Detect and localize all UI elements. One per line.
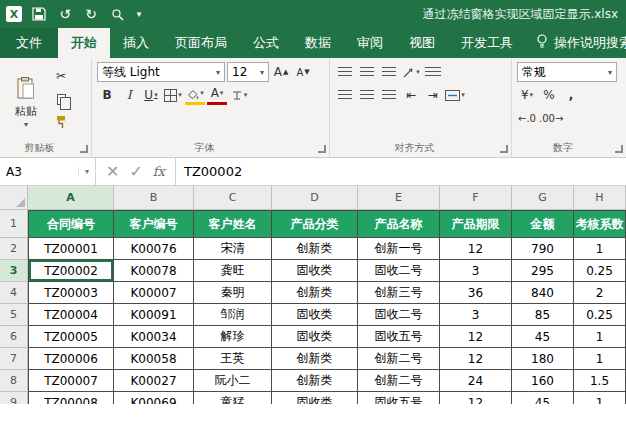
cell-A3[interactable]: TZ00002 [28,260,114,282]
cell-B4[interactable]: K00007 [114,282,194,304]
cell-A5[interactable]: TZ00004 [28,304,114,326]
fill-color-icon[interactable]: ▾ [185,85,205,105]
cell-E9[interactable]: 固收五号 [358,392,440,404]
font-dialog-launcher-icon[interactable] [318,145,326,153]
align-bottom-icon[interactable] [379,62,399,82]
cell-D2[interactable]: 创新类 [272,238,358,260]
decrease-decimal-icon[interactable]: ←.0 [517,108,537,128]
increase-indent-icon[interactable]: ⇥ [423,85,443,105]
cell-B2[interactable]: K00076 [114,238,194,260]
cell-E6[interactable]: 固收五号 [358,326,440,348]
row-header-1[interactable]: 1 [0,210,28,238]
column-header-E[interactable]: E [358,186,440,210]
cell-H8[interactable]: 1.5 [574,370,626,392]
wrap-text-icon[interactable] [423,62,443,82]
print-preview-icon[interactable] [108,5,126,23]
cell-C2[interactable]: 宋清 [194,238,272,260]
cell-D9[interactable]: 固收类 [272,392,358,404]
tab-review[interactable]: 审阅 [344,28,396,58]
cell-B1[interactable]: 客户编号 [114,210,194,238]
cell-G1[interactable]: 金额 [512,210,574,238]
increase-decimal-icon[interactable]: .00→ [539,108,563,128]
cell-G5[interactable]: 85 [512,304,574,326]
clipboard-dialog-launcher-icon[interactable] [80,145,88,153]
row-header-2[interactable]: 2 [0,238,28,260]
cell-C7[interactable]: 王英 [194,348,272,370]
cell-F9[interactable]: 12 [440,392,512,404]
column-header-B[interactable]: B [114,186,194,210]
cell-C6[interactable]: 解珍 [194,326,272,348]
cell-A6[interactable]: TZ00005 [28,326,114,348]
cell-B3[interactable]: K00078 [114,260,194,282]
cell-B6[interactable]: K00034 [114,326,194,348]
bold-button[interactable]: B [97,85,117,105]
save-icon[interactable] [30,5,48,23]
name-box[interactable]: A3 ▾ [0,158,96,185]
insert-function-icon[interactable]: fx [153,164,165,179]
cell-D6[interactable]: 固收类 [272,326,358,348]
cell-G8[interactable]: 160 [512,370,574,392]
cell-B8[interactable]: K00027 [114,370,194,392]
phonetic-guide-icon[interactable]: ▾ [229,85,249,105]
cell-F5[interactable]: 3 [440,304,512,326]
cell-A7[interactable]: TZ00006 [28,348,114,370]
cell-H5[interactable]: 0.25 [574,304,626,326]
paste-dropdown-icon[interactable]: ▾ [24,120,28,129]
cell-B7[interactable]: K00058 [114,348,194,370]
cell-G9[interactable]: 45 [512,392,574,404]
row-header-7[interactable]: 7 [0,348,28,370]
cell-G3[interactable]: 295 [512,260,574,282]
cell-F6[interactable]: 12 [440,326,512,348]
align-left-icon[interactable] [335,85,355,105]
row-header-3[interactable]: 3 [0,260,28,282]
cell-E8[interactable]: 创新二号 [358,370,440,392]
cell-C9[interactable]: 童猛 [194,392,272,404]
align-right-icon[interactable] [379,85,399,105]
italic-button[interactable]: I [119,85,139,105]
row-header-8[interactable]: 8 [0,370,28,392]
cell-E4[interactable]: 创新三号 [358,282,440,304]
cell-A9[interactable]: TZ00008 [28,392,114,404]
quick-access-menu-icon[interactable]: ▾ [134,5,144,23]
cell-H2[interactable]: 1 [574,238,626,260]
underline-button[interactable]: U▾ [141,85,161,105]
cell-F2[interactable]: 12 [440,238,512,260]
merge-center-icon[interactable]: ▾ [445,85,465,105]
accounting-format-icon[interactable]: ¥▾ [517,85,537,105]
cell-A8[interactable]: TZ00007 [28,370,114,392]
cell-H7[interactable]: 1 [574,348,626,370]
align-middle-icon[interactable] [357,62,377,82]
row-header-5[interactable]: 5 [0,304,28,326]
tab-home[interactable]: 开始 [58,28,110,58]
cell-C3[interactable]: 龚旺 [194,260,272,282]
cell-H3[interactable]: 0.25 [574,260,626,282]
cell-D4[interactable]: 创新类 [272,282,358,304]
font-size-combo[interactable]: 12 ▾ [227,62,269,82]
decrease-font-icon[interactable]: A▼ [293,62,313,82]
number-dialog-launcher-icon[interactable] [615,145,623,153]
number-format-combo[interactable]: 常规 ▾ [517,62,617,82]
tell-me-search[interactable]: 操作说明搜索 [526,28,626,58]
cell-E3[interactable]: 固收二号 [358,260,440,282]
borders-icon[interactable]: ▾ [163,85,183,105]
cell-F7[interactable]: 12 [440,348,512,370]
orientation-icon[interactable]: ▾ [401,62,421,82]
cell-D7[interactable]: 创新类 [272,348,358,370]
cell-B9[interactable]: K00069 [114,392,194,404]
redo-icon[interactable]: ↻ [82,5,100,23]
enter-icon[interactable]: ✓ [129,162,142,181]
cell-G4[interactable]: 840 [512,282,574,304]
cell-D1[interactable]: 产品分类 [272,210,358,238]
tab-developer[interactable]: 开发工具 [448,28,526,58]
column-header-D[interactable]: D [272,186,358,210]
cell-E5[interactable]: 固收二号 [358,304,440,326]
cell-F4[interactable]: 36 [440,282,512,304]
cell-F8[interactable]: 24 [440,370,512,392]
cell-C4[interactable]: 秦明 [194,282,272,304]
tab-formulas[interactable]: 公式 [240,28,292,58]
cut-icon[interactable]: ✂ [51,66,71,86]
cell-H4[interactable]: 2 [574,282,626,304]
cell-C8[interactable]: 阮小二 [194,370,272,392]
column-header-A[interactable]: A [28,186,114,210]
tab-page-layout[interactable]: 页面布局 [162,28,240,58]
